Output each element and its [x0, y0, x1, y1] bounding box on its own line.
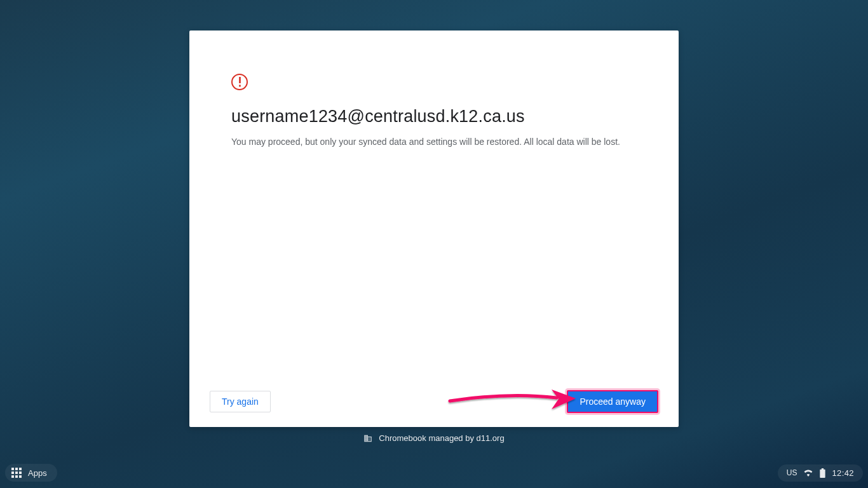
signin-recovery-dialog: username1234@centralusd.k12.ca.us You ma…: [189, 30, 679, 427]
warning-icon: [231, 74, 248, 90]
clock: 12:42: [832, 468, 854, 478]
dialog-email-title: username1234@centralusd.k12.ca.us: [231, 107, 637, 126]
apps-grid-icon: [11, 468, 22, 478]
dialog-content: username1234@centralusd.k12.ca.us You ma…: [189, 30, 679, 376]
status-tray[interactable]: US 12:42: [778, 464, 863, 482]
proceed-anyway-button[interactable]: Proceed anyway: [567, 390, 658, 413]
svg-rect-0: [239, 77, 241, 83]
dialog-body-text: You may proceed, but only your synced da…: [231, 135, 637, 148]
try-again-button[interactable]: Try again: [210, 391, 271, 412]
managed-device-bar: Chromebook managed by d11.org: [0, 433, 868, 443]
ime-indicator: US: [787, 468, 797, 477]
apps-launcher-label: Apps: [28, 468, 47, 478]
dialog-actions: Try again Proceed anyway: [189, 376, 679, 427]
svg-rect-1: [239, 85, 241, 87]
wifi-icon: [803, 469, 813, 477]
managed-device-text: Chromebook managed by d11.org: [379, 433, 504, 443]
apps-launcher-button[interactable]: Apps: [5, 464, 57, 482]
battery-icon: [820, 468, 825, 478]
enterprise-icon: [363, 434, 372, 443]
shelf: Apps US 12:42: [0, 458, 868, 488]
